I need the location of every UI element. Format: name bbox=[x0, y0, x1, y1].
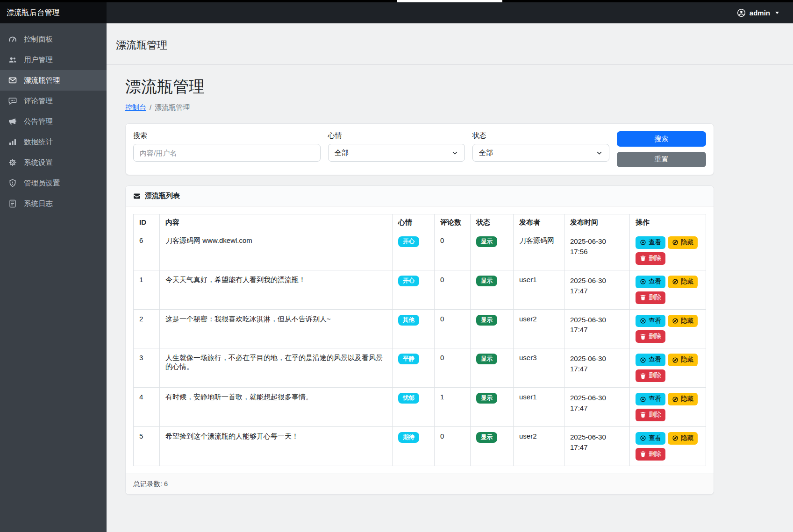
sidebar-item-label: 评论管理 bbox=[24, 96, 53, 106]
cell-status: 显示 bbox=[471, 270, 514, 309]
cell-status: 显示 bbox=[471, 388, 514, 427]
cell-time: 2025-06-30 17:47 bbox=[564, 348, 630, 388]
hide-button[interactable]: 隐藏 bbox=[668, 393, 698, 405]
hide-button[interactable]: 隐藏 bbox=[668, 276, 698, 288]
cell-status: 显示 bbox=[471, 309, 514, 348]
search-label: 搜索 bbox=[133, 131, 321, 140]
sidebar-item-announcements[interactable]: 公告管理 bbox=[0, 111, 107, 132]
reset-button[interactable]: 重置 bbox=[617, 152, 706, 167]
cell-content: 人生就像一场旅行，不必在乎目的地，在乎的是沿途的风景以及看风景的心情。 bbox=[160, 348, 393, 388]
delete-button[interactable]: 删除 bbox=[636, 252, 665, 265]
mood-badge: 期待 bbox=[398, 432, 419, 443]
mood-select-value: 全部 bbox=[335, 149, 349, 157]
trash-icon bbox=[640, 451, 646, 457]
status-select[interactable]: 全部 bbox=[472, 144, 609, 162]
mood-badge: 平静 bbox=[398, 354, 419, 364]
sidebar-item-statistics[interactable]: 数据统计 bbox=[0, 132, 107, 152]
sidebar-item-label: 系统设置 bbox=[24, 158, 53, 168]
breadcrumb-separator: / bbox=[150, 103, 151, 111]
search-button[interactable]: 搜索 bbox=[617, 131, 706, 147]
status-badge: 显示 bbox=[476, 354, 497, 364]
card-title: 漂流瓶列表 bbox=[145, 192, 180, 200]
hide-button[interactable]: 隐藏 bbox=[668, 236, 698, 249]
cell-content: 这是一个秘密：我很喜欢吃冰淇淋，但从不告诉别人~ bbox=[160, 309, 393, 348]
mood-select[interactable]: 全部 bbox=[328, 144, 465, 162]
table-header-row: ID内容心情评论数状态发布者发布时间操作 bbox=[134, 214, 706, 231]
status-select-value: 全部 bbox=[479, 149, 493, 157]
cell-time: 2025-06-30 17:47 bbox=[564, 426, 630, 466]
hide-button[interactable]: 隐藏 bbox=[668, 354, 698, 366]
delete-button[interactable]: 删除 bbox=[636, 291, 665, 304]
view-button[interactable]: 查看 bbox=[636, 432, 665, 445]
search-input[interactable] bbox=[133, 144, 321, 162]
cell-status: 显示 bbox=[471, 348, 514, 388]
shield-icon bbox=[8, 179, 17, 188]
cell-actions: 查看 隐藏 删除 bbox=[630, 309, 706, 348]
sidebar-item-admin-settings[interactable]: 管理员设置 bbox=[0, 173, 107, 193]
cell-author: user2 bbox=[514, 309, 564, 348]
column-header-1: 内容 bbox=[160, 214, 393, 231]
megaphone-icon bbox=[8, 117, 17, 126]
users-icon bbox=[8, 56, 17, 64]
view-button[interactable]: 查看 bbox=[636, 393, 665, 405]
sidebar-item-users[interactable]: 用户管理 bbox=[0, 50, 107, 70]
sidebar-item-system-logs[interactable]: 系统日志 bbox=[0, 193, 107, 214]
cell-comments: 0 bbox=[435, 426, 471, 466]
sidebar-item-system-settings[interactable]: 系统设置 bbox=[0, 152, 107, 173]
cell-id: 2 bbox=[134, 309, 160, 348]
chat-icon bbox=[8, 97, 17, 106]
status-badge: 显示 bbox=[476, 236, 497, 247]
cell-author: user1 bbox=[514, 388, 564, 427]
view-button[interactable]: 查看 bbox=[636, 236, 665, 249]
cell-content: 有时候，安静地听一首歌，就能想起很多事情。 bbox=[160, 388, 393, 427]
view-button[interactable]: 查看 bbox=[636, 276, 665, 288]
sidebar-item-dashboard[interactable]: 控制面板 bbox=[0, 29, 107, 50]
eye-icon bbox=[640, 396, 646, 403]
cell-author: user3 bbox=[514, 348, 564, 388]
cell-actions: 查看 隐藏 删除 bbox=[630, 348, 706, 388]
eye-icon bbox=[640, 435, 646, 441]
cell-author: 刀客源码网 bbox=[514, 231, 564, 270]
delete-button[interactable]: 删除 bbox=[636, 409, 665, 421]
cell-mood: 平静 bbox=[393, 348, 435, 388]
column-header-3: 评论数 bbox=[435, 214, 471, 231]
sidebar-item-bottles[interactable]: 漂流瓶管理 bbox=[0, 70, 107, 91]
status-badge: 显示 bbox=[476, 393, 497, 404]
cell-comments: 0 bbox=[435, 348, 471, 388]
mood-badge: 其他 bbox=[398, 315, 419, 326]
status-badge: 显示 bbox=[476, 315, 497, 326]
hide-button[interactable]: 隐藏 bbox=[668, 432, 698, 445]
eye-slash-icon bbox=[672, 318, 679, 324]
trash-icon bbox=[640, 333, 646, 340]
app-brand: 漂流瓶后台管理 bbox=[0, 2, 107, 23]
view-button[interactable]: 查看 bbox=[636, 315, 665, 327]
column-header-7: 操作 bbox=[630, 214, 706, 231]
delete-button[interactable]: 删除 bbox=[636, 448, 665, 461]
view-button[interactable]: 查看 bbox=[636, 354, 665, 366]
eye-slash-icon bbox=[672, 435, 679, 441]
content-header: 漂流瓶管理 bbox=[107, 23, 793, 65]
cell-time: 2025-06-30 17:47 bbox=[564, 270, 630, 309]
user-menu[interactable]: admin bbox=[107, 2, 793, 23]
envelope-icon bbox=[8, 76, 17, 85]
person-circle-icon bbox=[737, 8, 746, 17]
cell-comments: 0 bbox=[435, 231, 471, 270]
mood-badge: 忧郁 bbox=[398, 393, 419, 404]
cell-actions: 查看 隐藏 删除 bbox=[630, 426, 706, 466]
sidebar-menu: 控制面板 用户管理 漂流瓶管理 评论管理 公告管理 数据统计 系统设置 管理员设… bbox=[0, 29, 107, 214]
delete-button[interactable]: 删除 bbox=[636, 369, 665, 382]
table-row: 4 有时候，安静地听一首歌，就能想起很多事情。 忧郁 1 显示 user1 20… bbox=[134, 388, 706, 427]
table-row: 2 这是一个秘密：我很喜欢吃冰淇淋，但从不告诉别人~ 其他 0 显示 user2… bbox=[134, 309, 706, 348]
total-records: 总记录数: 6 bbox=[133, 480, 168, 488]
cell-mood: 期待 bbox=[393, 426, 435, 466]
delete-button[interactable]: 删除 bbox=[636, 330, 665, 343]
cell-status: 显示 bbox=[471, 231, 514, 270]
hide-button[interactable]: 隐藏 bbox=[668, 315, 698, 327]
cell-author: user2 bbox=[514, 426, 564, 466]
sidebar-item-comments[interactable]: 评论管理 bbox=[0, 91, 107, 111]
card-header: 漂流瓶列表 bbox=[126, 186, 714, 206]
breadcrumb-current: 漂流瓶管理 bbox=[155, 103, 190, 111]
breadcrumb-link-console[interactable]: 控制台 bbox=[125, 103, 146, 111]
page-title: 漂流瓶管理 bbox=[125, 76, 714, 98]
journal-icon bbox=[8, 199, 17, 208]
